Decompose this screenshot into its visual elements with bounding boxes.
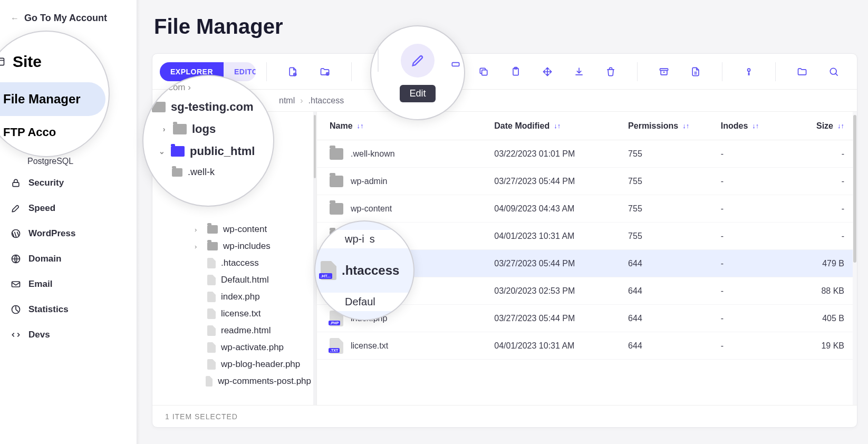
security-label: Security: [28, 178, 64, 188]
file-size: -: [793, 149, 844, 159]
tree-item-wp-includes[interactable]: ›wp-includes: [152, 238, 316, 255]
svg-rect-7: [482, 70, 487, 75]
folder-icon: [330, 203, 343, 215]
file-name: .well-known: [351, 149, 395, 159]
paste-icon[interactable]: [510, 65, 521, 78]
file-perm: 644: [628, 286, 721, 296]
code-icon: [11, 330, 21, 340]
page-title: File Manager: [154, 15, 857, 38]
sidebar-item-speed[interactable]: Speed: [0, 196, 137, 221]
chevron-down-icon: ⌄: [158, 147, 166, 156]
col-date-header[interactable]: Date Modified↓↑: [494, 121, 628, 131]
wordpress-label: WordPress: [28, 228, 75, 239]
extract-icon[interactable]: [690, 65, 701, 78]
table-row[interactable]: .TXTlicense.txt04/01/2023 10:31 AM644-19…: [317, 332, 857, 360]
tree-item-wp-content[interactable]: ›wp-content: [152, 221, 316, 238]
sidebar-item-email[interactable]: Email: [0, 272, 137, 297]
sort-icon: ↓↑: [837, 122, 844, 130]
sidebar-item-wordpress[interactable]: WordPress: [0, 221, 137, 246]
lock-icon: [11, 178, 21, 188]
main: File Manager EXPLORER EDITOR: [141, 0, 868, 444]
rocket-icon: [11, 203, 21, 214]
file-size: -: [793, 231, 844, 241]
tree-public-html[interactable]: ⌄public_html: [147, 140, 273, 162]
svg-rect-0: [13, 182, 19, 187]
move-icon[interactable]: [542, 65, 553, 78]
devs-label: Devs: [28, 330, 50, 340]
row-htaccess[interactable]: .HT....htaccess: [321, 261, 413, 280]
new-folder-icon[interactable]: [320, 65, 330, 78]
toolbar-divider: [266, 62, 267, 81]
breadcrumb-segment[interactable]: ntml: [279, 96, 295, 105]
sidebar-item-statistics[interactable]: Statistics: [0, 297, 137, 322]
open-folder-icon[interactable]: [797, 65, 807, 78]
download-icon[interactable]: [574, 65, 584, 78]
file-size: 405 B: [793, 314, 844, 323]
file-icon: [207, 258, 216, 268]
file-date: 03/27/2023 05:44 PM: [494, 177, 628, 186]
file-date: 03/27/2023 05:44 PM: [494, 314, 628, 323]
file-icon: [207, 308, 216, 319]
file-icon: [207, 359, 216, 370]
file-size: -: [793, 177, 844, 186]
folder-icon: [173, 124, 187, 134]
file-icon: [207, 292, 216, 302]
col-size-header[interactable]: Size↓↑: [793, 121, 844, 131]
sort-icon: ↓↑: [554, 122, 561, 130]
domain-label: Domain: [28, 254, 61, 264]
tree-root[interactable]: sg-testing.com: [147, 96, 273, 118]
sidebar-item-domain[interactable]: Domain: [0, 246, 137, 272]
tree-item-wp-blog-header[interactable]: wp-blog-header.php: [152, 356, 316, 373]
tree-item-license-txt[interactable]: license.txt: [152, 305, 316, 322]
sidebar-item-ftp[interactable]: FTP Acco: [0, 116, 109, 139]
grid-scrollbar[interactable]: [853, 112, 857, 405]
file-inodes: -: [721, 204, 793, 214]
tree-item-wp-comments-post[interactable]: wp-comments-post.php: [152, 373, 316, 390]
tree-item-wp-activate[interactable]: wp-activate.php: [152, 339, 316, 356]
arrow-left-icon: ←: [11, 14, 19, 23]
sidebar-item-file-manager[interactable]: File Manager: [0, 82, 105, 116]
chevron-right-icon: ›: [195, 243, 202, 250]
chart-icon: [11, 304, 21, 315]
copy-icon[interactable]: [478, 65, 489, 78]
file-inodes: -: [721, 177, 793, 186]
chevron-right-icon: ›: [195, 226, 202, 234]
permissions-icon[interactable]: [744, 65, 754, 78]
status-bar: 1 ITEM SELECTED: [152, 405, 857, 427]
table-row[interactable]: .PHPindex.php03/27/2023 05:44 PM644-405 …: [317, 305, 857, 332]
tree-logs[interactable]: ›logs: [147, 118, 273, 140]
tree-item-default-html[interactable]: Default.html: [152, 272, 316, 288]
file-icon: .HT...: [321, 261, 336, 280]
sidebar-item-devs[interactable]: Devs: [0, 322, 137, 348]
new-file-icon[interactable]: [287, 65, 298, 78]
search-icon[interactable]: [828, 65, 839, 78]
sidebar-resizer[interactable]: [137, 0, 140, 444]
folder-icon: [330, 148, 343, 160]
table-row[interactable]: .well-known03/22/2023 01:01 PM755--: [317, 140, 857, 168]
table-row[interactable]: wp-content04/09/2023 04:43 AM755--: [317, 195, 857, 223]
col-inodes-header[interactable]: Inodes↓↑: [721, 121, 793, 131]
back-to-account-link[interactable]: ← Go To My Account: [0, 6, 137, 33]
col-perm-header[interactable]: Permissions↓↑: [628, 121, 721, 131]
tree-item-htaccess[interactable]: .htaccess: [152, 255, 316, 272]
archive-icon[interactable]: [659, 65, 669, 78]
file-perm: 755: [628, 204, 721, 214]
sidebar-item-security[interactable]: Security: [0, 170, 137, 196]
file-name: wp-admin: [351, 177, 387, 186]
tree-well-known[interactable]: .well-k: [147, 162, 273, 182]
breadcrumb-segment[interactable]: .htaccess: [308, 96, 344, 105]
tree-item-index-php[interactable]: index.php: [152, 288, 316, 305]
delete-icon[interactable]: [605, 65, 616, 78]
col-name-header[interactable]: Name↓↑: [330, 121, 494, 131]
layout-icon: [0, 55, 5, 69]
tree-item-readme-html[interactable]: readme.html: [152, 322, 316, 339]
file-icon: [207, 275, 216, 285]
edit-button[interactable]: [401, 44, 435, 78]
sidebar-item-postgresql[interactable]: PostgreSQL: [0, 152, 137, 170]
speed-label: Speed: [28, 203, 55, 214]
file-icon: .TXT: [330, 338, 343, 354]
file-size: -: [793, 204, 844, 214]
toolbar-divider: [637, 62, 638, 81]
table-row[interactable]: wp-admin03/27/2023 05:44 PM755--: [317, 168, 857, 195]
toolbar-divider: [775, 62, 776, 81]
